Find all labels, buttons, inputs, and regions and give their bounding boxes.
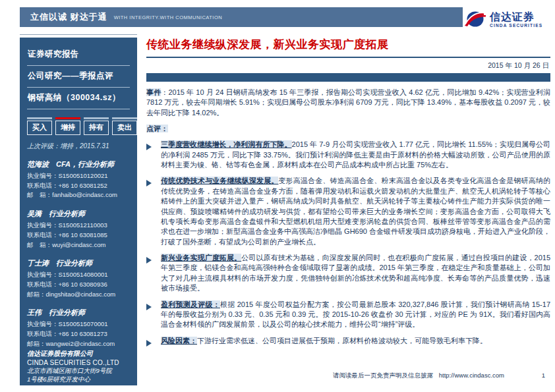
comment-section-label: 点评： xyxy=(146,124,550,134)
slogan-chinese: 立信以诚 财达于通 xyxy=(30,11,107,23)
disclaimer-text: 请阅读最后一页免责声明及信息披露 xyxy=(333,372,433,379)
rating-indicator-active xyxy=(55,117,80,119)
analyst-email: 邮箱：dingshitao@cindasc.com xyxy=(27,290,130,300)
analyst-name: 吴漪 行业分析师 xyxy=(27,209,130,219)
event-label: 事件 xyxy=(146,88,161,96)
report-body: 传统业务继续纵深发展，新兴业务实现广度拓展 2015 年 10 月 26 日 事… xyxy=(146,37,550,349)
analyst-name: 范海波 CFA，行业分析师 xyxy=(27,159,130,169)
analyst-block: 吴漪 行业分析师 执业编号：S1500512110003 联系电话：+86 10… xyxy=(27,209,130,250)
report-date: 2015 年 10 月 26 日 xyxy=(146,61,549,70)
bullet-earnings-forecast: 盈利预测及评级：根据 2015 年度公司权益分配方案，按公司最新总股本 320,… xyxy=(146,300,550,330)
analyst-license: 执业编号：S1500512110003 xyxy=(27,221,130,231)
rating-buy-button[interactable]: 买入 xyxy=(27,117,52,135)
analyst-email: 邮 箱：fanhaibo@cindasc.com xyxy=(27,190,130,200)
research-type-label: 公司研究——季报点评 xyxy=(27,66,130,88)
analyst-block: 范海波 CFA，行业分析师 执业编号：S1500510120021 联系电话：+… xyxy=(27,159,130,200)
rating-indicator xyxy=(84,117,109,119)
company-website-link[interactable]: http://www.cindasc.com xyxy=(439,372,504,379)
event-text: ：2015 年 10 月 24 日钢研高纳发布 15 年三季报，报告期公司实现营… xyxy=(146,88,550,117)
title-divider xyxy=(146,57,550,58)
slogan-english: WITH INTEGRITY.WITH COMMUNICATION xyxy=(114,14,223,20)
bullet-traditional-business: 传统优势技术与业务继续纵深发展。变形高温合金、铸造高温合金、粉末高温合金以及各类… xyxy=(146,176,550,247)
report-title: 传统业务继续纵深发展，新兴业务实现广度拓展 xyxy=(146,37,550,52)
analyst-name: 王伟 行业分析师 xyxy=(27,308,130,318)
analyst-license: 执业编号：S1500515070001 xyxy=(27,320,130,329)
company-name-cn: 信达证券股份有限公司 xyxy=(27,349,130,358)
event-paragraph: 事件：2015 年 10 月 24 日钢研高纳发布 15 年三季报，报告期公司实… xyxy=(146,88,550,118)
report-type-label: 证券研究报告 xyxy=(27,44,130,66)
globe-swoosh-icon xyxy=(464,9,486,31)
rating-indicator xyxy=(27,117,52,119)
bullet-arrow-icon xyxy=(146,253,161,294)
company-address-block: 信达证券股份有限公司 CINDA SECURITIES CO.,LTD 北京市西… xyxy=(27,349,130,392)
cinda-logo: 信达证券 CINDA SECURITIES xyxy=(464,9,542,30)
section-divider-bar xyxy=(146,73,550,82)
analyst-block: 丁士涛 行业分析师 执业编号：S1500514080001 联系电话：+86 1… xyxy=(27,258,130,299)
analyst-phone: 联系电话：+86 10 63081085 xyxy=(27,231,130,240)
bullet-arrow-icon xyxy=(146,336,161,349)
report-sidebar: 证券研究报告 公司研究——季报点评 钢研高纳（300034.sz） 买入 增持 … xyxy=(20,38,137,385)
rating-sell-button[interactable]: 卖出 xyxy=(112,117,137,135)
analyst-email: 邮箱：wangwei2@cindasc.com xyxy=(27,339,130,349)
analyst-email: 邮 箱：wuyi@cindasc.com xyxy=(27,240,130,250)
logo-chinese-name: 信达证券 xyxy=(490,12,542,22)
stock-name-label: 钢研高纳（300034.sz） xyxy=(27,88,130,109)
previous-rating: 上次评级：增持，2015.7.31 xyxy=(27,142,130,151)
company-address-line2: 1号楼6层研究开发中心 xyxy=(27,375,130,384)
bullet-risk-factors: 风险因素：下游行业需求低迷、公司项目进展低于预期，原材料价格波动较大，可能导致毛… xyxy=(146,336,550,349)
page-number: 1 xyxy=(542,372,545,379)
analyst-phone: 联系电话：+86 10 63081273 xyxy=(27,329,130,339)
sidebar-top-rule xyxy=(20,34,137,35)
bullet-arrow-icon xyxy=(146,176,161,247)
analyst-phone: 联系电话：+86 10 63081252 xyxy=(27,181,130,191)
comment-bullet-list: 三季度营收继续增长，净利润有所下降。2015 年 7-9 月公司实现营业收入 1… xyxy=(146,140,550,349)
bullet-q3-results: 三季度营收继续增长，净利润有所下降。2015 年 7-9 月公司实现营业收入 1… xyxy=(146,140,550,170)
company-zipcode: 邮编：100031 xyxy=(27,389,130,392)
rating-scale: 买入 增持 持有 卖出 xyxy=(27,117,130,135)
rating-overweight-button[interactable]: 增持 xyxy=(55,117,80,135)
analyst-block: 王伟 行业分析师 执业编号：S1500515070001 联系电话：+86 10… xyxy=(27,308,130,349)
analyst-license: 执业编号：S1500514080001 xyxy=(27,270,130,280)
rating-indicator xyxy=(112,117,137,119)
bullet-new-business: 新兴业务实现广度拓展。公司以原有技术为基础，向深度发展的同时，也在积极向广度拓展… xyxy=(146,253,550,294)
top-slogan-bar: 立信以诚 财达于通 WITH INTEGRITY.WITH COMMUNICAT… xyxy=(20,7,463,27)
analyst-name: 丁士涛 行业分析师 xyxy=(27,258,130,268)
company-name-en: CINDA SECURITIES CO.,LTD xyxy=(27,359,130,366)
bullet-arrow-icon xyxy=(146,140,161,170)
analyst-license: 执业编号：S1500510120021 xyxy=(27,171,130,181)
rating-hold-button[interactable]: 持有 xyxy=(84,117,109,135)
bullet-arrow-icon xyxy=(146,300,161,330)
logo-english-name: CINDA SECURITIES xyxy=(490,24,542,28)
analyst-phone: 联系电话：+86 10 63080936 xyxy=(27,280,130,290)
company-address-line1: 北京市西城区闹市口大街9号院 xyxy=(27,366,130,376)
